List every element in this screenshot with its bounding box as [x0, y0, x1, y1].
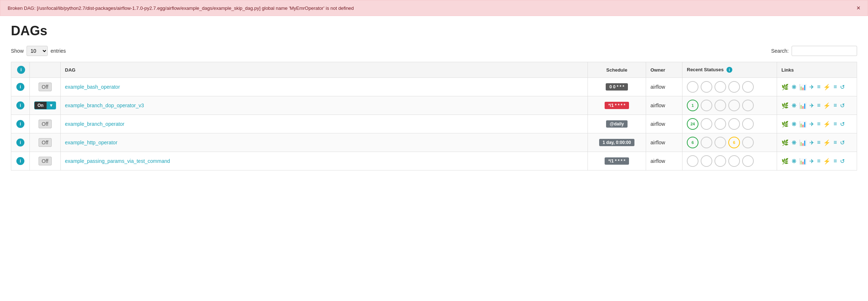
schedule-badge: */1 * * * *	[605, 102, 629, 109]
toggle-on-button[interactable]: On ▼	[34, 101, 56, 109]
status-circle-3[interactable]	[728, 155, 740, 167]
status-circle-0[interactable]: 6	[687, 137, 698, 148]
chart-icon[interactable]: 📊	[799, 84, 807, 91]
toggle-off-button[interactable]: Off	[39, 138, 52, 147]
statuses-cell	[687, 155, 772, 167]
info-header-icon[interactable]: i	[17, 66, 25, 74]
row-info-icon[interactable]: i	[16, 157, 24, 165]
show-label: Show	[11, 48, 24, 54]
search-box: Search:	[771, 46, 857, 56]
list-icon[interactable]: ≡	[817, 121, 820, 127]
status-circle-3[interactable]: 6	[728, 137, 740, 148]
toggle-off-button[interactable]: Off	[39, 83, 52, 91]
refresh-icon[interactable]: ↺	[840, 139, 845, 146]
row-info-icon[interactable]: i	[16, 120, 24, 128]
code-icon[interactable]: ≡	[833, 84, 837, 90]
toggle-off-button[interactable]: Off	[39, 120, 52, 128]
search-input[interactable]	[792, 46, 857, 56]
trigger-icon[interactable]: ⚡	[823, 102, 831, 109]
status-circle-3[interactable]	[728, 100, 740, 111]
status-circle-3[interactable]	[728, 81, 740, 93]
code-icon[interactable]: ≡	[833, 121, 837, 127]
list-icon[interactable]: ≡	[817, 158, 820, 164]
trigger-icon[interactable]: ⚡	[823, 121, 831, 128]
table-row: iOffexample_bash_operator0 0 * * *airflo…	[11, 78, 857, 96]
trigger-icon[interactable]: ⚡	[823, 84, 831, 91]
dag-name-link[interactable]: example_branch_operator	[65, 121, 124, 127]
statuses-info-icon[interactable]: i	[726, 67, 732, 73]
list-icon[interactable]: ≡	[817, 139, 820, 146]
status-circle-4[interactable]	[742, 155, 754, 167]
refresh-icon[interactable]: ↺	[840, 121, 845, 128]
chart-icon[interactable]: 📊	[799, 121, 807, 128]
code-icon[interactable]: ≡	[833, 158, 837, 164]
dag-name-link[interactable]: example_http_operator	[65, 140, 118, 145]
refresh-icon[interactable]: ↺	[840, 158, 845, 165]
tree-icon[interactable]: 🌿	[781, 139, 789, 146]
row-info-icon[interactable]: i	[16, 83, 24, 91]
status-circle-1[interactable]	[701, 81, 712, 93]
status-circle-2[interactable]	[714, 137, 726, 148]
tree-icon[interactable]: 🌿	[781, 102, 789, 109]
status-circle-4[interactable]	[742, 118, 754, 130]
refresh-icon[interactable]: ↺	[840, 84, 845, 91]
status-circle-2[interactable]	[714, 81, 726, 93]
trigger-icon[interactable]: ⚡	[823, 158, 831, 165]
schedule-badge: */1 * * * *	[605, 157, 629, 165]
col-header-toggle	[30, 62, 61, 78]
owner-cell: airflow	[646, 133, 682, 152]
dag-name-link[interactable]: example_branch_dop_operator_v3	[65, 103, 144, 108]
trigger-icon[interactable]: ⚡	[823, 139, 831, 146]
status-circle-2[interactable]	[714, 100, 726, 111]
row-info-icon[interactable]: i	[16, 101, 24, 109]
status-circle-4[interactable]	[742, 137, 754, 148]
row-info-icon[interactable]: i	[16, 139, 24, 147]
col-header-dag: DAG	[60, 62, 588, 78]
code-icon[interactable]: ≡	[833, 102, 837, 109]
graph-icon[interactable]: ❋	[792, 102, 796, 109]
owner-cell: airflow	[646, 78, 682, 96]
page-content: DAGs Show 10 25 50 100 entries Search: i	[0, 16, 868, 178]
chart-icon[interactable]: 📊	[799, 158, 807, 165]
links-cell: 🌿❋📊✈≡⚡≡↺	[781, 102, 852, 109]
refresh-icon[interactable]: ↺	[840, 102, 845, 109]
status-circle-0[interactable]	[687, 155, 698, 167]
status-circle-1[interactable]	[701, 137, 712, 148]
status-circle-4[interactable]	[742, 81, 754, 93]
tree-icon[interactable]: 🌿	[781, 121, 789, 128]
search-label: Search:	[771, 48, 789, 54]
dag-name-link[interactable]: example_bash_operator	[65, 84, 120, 90]
graph-icon[interactable]: ❋	[792, 84, 796, 91]
status-circle-0[interactable]: 1	[687, 100, 698, 111]
list-icon[interactable]: ≡	[817, 84, 820, 90]
task-icon[interactable]: ✈	[809, 139, 814, 146]
status-circle-1[interactable]	[701, 118, 712, 130]
dag-name-link[interactable]: example_passing_params_via_test_command	[65, 158, 170, 164]
task-icon[interactable]: ✈	[809, 121, 814, 128]
status-circle-2[interactable]	[714, 155, 726, 167]
status-circle-1[interactable]	[701, 100, 712, 111]
tree-icon[interactable]: 🌿	[781, 158, 789, 165]
col-header-links: Links	[777, 62, 857, 78]
status-circle-3[interactable]	[728, 118, 740, 130]
task-icon[interactable]: ✈	[809, 158, 814, 165]
entries-select[interactable]: 10 25 50 100	[27, 46, 48, 56]
toggle-off-button[interactable]: Off	[39, 157, 52, 165]
code-icon[interactable]: ≡	[833, 139, 837, 146]
chart-icon[interactable]: 📊	[799, 139, 807, 146]
graph-icon[interactable]: ❋	[792, 158, 796, 165]
chart-icon[interactable]: 📊	[799, 102, 807, 109]
status-circle-4[interactable]	[742, 100, 754, 111]
tree-icon[interactable]: 🌿	[781, 84, 789, 91]
graph-icon[interactable]: ❋	[792, 139, 796, 146]
status-circle-1[interactable]	[701, 155, 712, 167]
task-icon[interactable]: ✈	[809, 84, 814, 91]
graph-icon[interactable]: ❋	[792, 121, 796, 128]
alert-close-button[interactable]: ×	[856, 5, 860, 11]
list-icon[interactable]: ≡	[817, 102, 820, 109]
status-circle-0[interactable]	[687, 81, 698, 93]
status-circle-2[interactable]	[714, 118, 726, 130]
task-icon[interactable]: ✈	[809, 102, 814, 109]
status-circle-0[interactable]: 24	[687, 118, 698, 130]
owner-cell: airflow	[646, 115, 682, 133]
